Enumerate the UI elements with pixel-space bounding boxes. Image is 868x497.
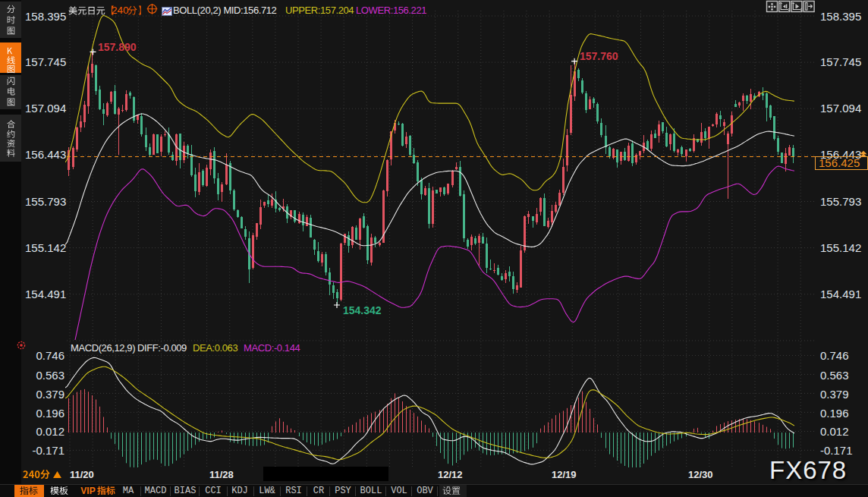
svg-text:240: 240 [112,5,129,16]
